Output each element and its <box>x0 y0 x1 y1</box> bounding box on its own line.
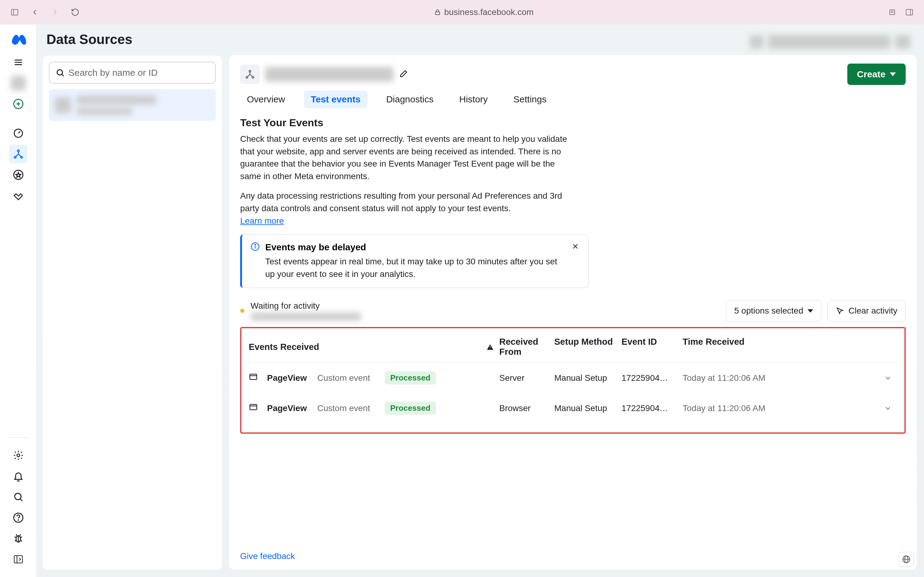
cell-eid: 17225904… <box>621 403 683 413</box>
svg-rect-2 <box>435 12 440 15</box>
page-title: Data Sources <box>47 32 222 47</box>
section-body-2: Any data processing restrictions resulti… <box>240 190 576 227</box>
data-sources-icon[interactable] <box>9 145 27 163</box>
th-time: Time Received <box>683 337 879 357</box>
tab-diagnostics[interactable]: Diagnostics <box>380 90 440 108</box>
svg-point-21 <box>14 493 21 500</box>
handshake-icon[interactable] <box>9 187 27 205</box>
main-panel: Create Overview Test events Diagnostics … <box>228 24 924 577</box>
svg-point-32 <box>246 76 248 78</box>
svg-point-36 <box>255 245 256 245</box>
th-eid: Event ID <box>621 337 683 357</box>
th-from: Received From <box>499 337 554 357</box>
create-button[interactable]: Create <box>847 64 906 85</box>
edit-icon[interactable] <box>399 69 408 79</box>
status-badge: Processed <box>385 401 436 415</box>
add-icon[interactable] <box>9 95 27 113</box>
svg-point-17 <box>21 156 22 158</box>
gear-icon[interactable] <box>9 446 27 464</box>
bug-icon[interactable] <box>9 529 27 548</box>
section-title: Test Your Events <box>240 117 906 129</box>
svg-point-31 <box>249 70 251 72</box>
search-field[interactable] <box>49 62 216 84</box>
status-dot-icon <box>240 309 245 313</box>
bell-icon[interactable] <box>9 467 27 485</box>
address-bar[interactable]: business.facebook.com <box>90 7 877 17</box>
status-subtext <box>251 313 361 321</box>
reload-icon[interactable] <box>70 7 80 18</box>
chevron-down-icon[interactable] <box>879 374 897 382</box>
app-shell: Data Sources <box>0 24 924 577</box>
main-card: Create Overview Test events Diagnostics … <box>229 55 917 570</box>
sidebar-toggle-icon[interactable] <box>9 7 20 18</box>
tab-overview[interactable]: Overview <box>240 90 292 108</box>
svg-line-30 <box>62 74 64 76</box>
lock-icon <box>434 8 441 16</box>
cursor-icon <box>836 306 844 315</box>
chevron-down-icon[interactable] <box>879 405 897 412</box>
svg-point-16 <box>14 156 16 158</box>
search-icon <box>56 68 65 77</box>
activity-row: Waiting for activity 5 options selected … <box>240 300 906 321</box>
clear-activity-button[interactable]: Clear activity <box>827 300 906 321</box>
svg-rect-0 <box>11 10 18 15</box>
learn-more-link[interactable]: Learn more <box>240 216 284 226</box>
svg-rect-27 <box>14 556 22 563</box>
table-row[interactable]: PageView Custom event Processed Server M… <box>241 363 905 393</box>
tabs-icon[interactable] <box>904 7 915 18</box>
star-icon[interactable] <box>9 166 27 184</box>
pixel-icon <box>240 64 260 84</box>
section-body-1: Check that your events are set up correc… <box>240 133 576 182</box>
globe-icon[interactable] <box>899 552 914 567</box>
tab-history[interactable]: History <box>452 90 494 108</box>
share-icon[interactable] <box>887 7 898 18</box>
svg-point-24 <box>18 520 19 521</box>
svg-marker-19 <box>16 172 21 177</box>
banner-text: Test events appear in real time, but it … <box>265 256 566 280</box>
back-icon[interactable] <box>29 7 40 18</box>
tab-test-events[interactable]: Test events <box>304 90 367 108</box>
left-panel: Data Sources <box>37 24 228 577</box>
th-events: Events Received <box>249 337 481 357</box>
nav-rail <box>0 24 37 577</box>
event-type: Custom event <box>317 403 370 413</box>
menu-icon[interactable] <box>9 53 27 71</box>
tabs: Overview Test events Diagnostics History… <box>240 90 906 108</box>
give-feedback-link[interactable]: Give feedback <box>240 533 906 561</box>
svg-rect-3 <box>890 10 895 15</box>
tab-settings[interactable]: Settings <box>507 90 553 108</box>
filter-label: 5 options selected <box>734 306 803 316</box>
svg-point-29 <box>57 70 63 75</box>
browser-icon <box>249 403 258 414</box>
help-icon[interactable] <box>9 509 27 527</box>
th-setup: Setup Method <box>554 337 621 357</box>
event-name: PageView <box>267 403 307 413</box>
svg-rect-6 <box>906 10 913 15</box>
cell-from: Browser <box>499 403 554 413</box>
gauge-icon[interactable] <box>9 124 27 142</box>
url-text: business.facebook.com <box>444 7 534 17</box>
table-header: Events Received Received From Setup Meth… <box>241 331 905 363</box>
cell-setup: Manual Setup <box>554 373 621 383</box>
data-source-header: Create <box>240 64 906 85</box>
data-source-row[interactable] <box>49 89 216 121</box>
search-icon[interactable] <box>9 488 27 506</box>
browser-chrome: business.facebook.com <box>0 0 924 24</box>
chevron-down-icon <box>890 73 896 76</box>
banner-title: Events may be delayed <box>265 242 566 253</box>
meta-logo-icon[interactable] <box>10 31 27 48</box>
cell-time: Today at 11:20:06 AM <box>683 373 879 383</box>
warning-icon <box>481 337 499 357</box>
svg-point-33 <box>252 76 254 78</box>
close-icon[interactable] <box>571 242 580 280</box>
collapse-icon[interactable] <box>9 550 27 569</box>
account-avatar[interactable] <box>9 74 27 92</box>
filter-dropdown[interactable]: 5 options selected <box>726 300 821 321</box>
svg-point-15 <box>18 150 19 152</box>
table-row[interactable]: PageView Custom event Processed Browser … <box>241 393 905 423</box>
event-name: PageView <box>267 373 307 383</box>
search-input[interactable] <box>68 68 209 78</box>
data-source-name <box>265 67 394 82</box>
svg-rect-41 <box>250 405 257 410</box>
svg-point-20 <box>17 454 19 457</box>
